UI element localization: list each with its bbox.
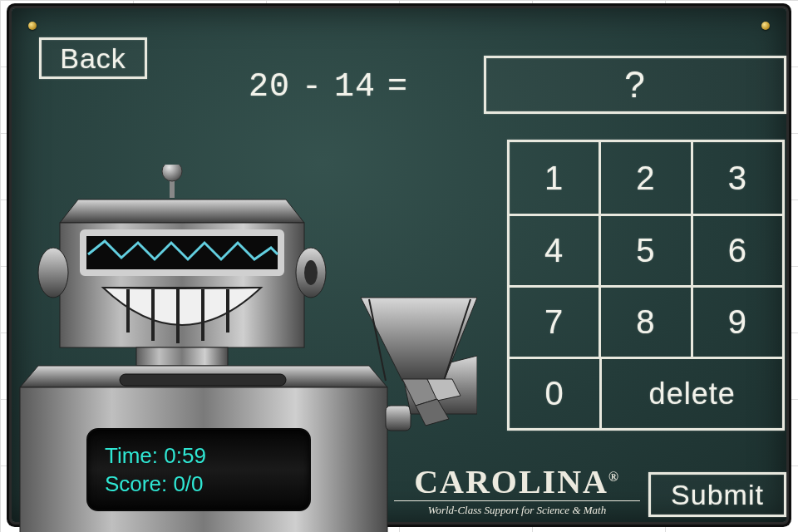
score-label: Score: bbox=[105, 471, 167, 496]
registered-mark: ® bbox=[608, 470, 620, 484]
svg-rect-3 bbox=[60, 223, 304, 347]
svg-rect-0 bbox=[170, 173, 175, 198]
score-display: Score: 0/0 bbox=[105, 471, 293, 497]
brand-tagline: World-Class Support for Science & Math bbox=[394, 500, 640, 517]
keypad: 1 2 3 4 5 6 7 8 9 0 delete bbox=[507, 140, 785, 431]
keypad-key-9[interactable]: 9 bbox=[691, 288, 782, 357]
pin-icon bbox=[761, 22, 770, 30]
keypad-key-delete[interactable]: delete bbox=[599, 359, 782, 428]
keypad-key-8[interactable]: 8 bbox=[598, 288, 690, 357]
robot-arm bbox=[361, 298, 477, 431]
svg-rect-17 bbox=[120, 374, 286, 386]
svg-marker-20 bbox=[361, 298, 477, 381]
back-button[interactable]: Back bbox=[39, 37, 147, 79]
keypad-key-2[interactable]: 2 bbox=[598, 142, 690, 214]
robot-head bbox=[38, 200, 326, 347]
brand-logo: CAROLINA® World-Class Support for Scienc… bbox=[394, 466, 640, 517]
keypad-key-1[interactable]: 1 bbox=[510, 142, 598, 214]
score-value: 0/0 bbox=[173, 471, 203, 496]
chalkboard: Back 20 - 14 = ? 1 2 3 4 5 6 7 8 9 0 del… bbox=[12, 8, 786, 522]
svg-point-7 bbox=[304, 260, 318, 285]
svg-line-22 bbox=[444, 299, 470, 381]
keypad-key-3[interactable]: 3 bbox=[691, 142, 782, 214]
svg-marker-25 bbox=[416, 399, 449, 426]
svg-marker-15 bbox=[20, 366, 387, 387]
keypad-key-0[interactable]: 0 bbox=[510, 359, 599, 428]
svg-marker-19 bbox=[402, 356, 477, 414]
status-panel: Time: 0:59 Score: 0/0 bbox=[86, 428, 311, 511]
keypad-key-6[interactable]: 6 bbox=[691, 216, 782, 285]
svg-point-1 bbox=[162, 165, 182, 181]
svg-rect-14 bbox=[136, 347, 228, 366]
keypad-key-5[interactable]: 5 bbox=[598, 216, 690, 285]
keypad-key-7[interactable]: 7 bbox=[510, 288, 598, 357]
keypad-key-4[interactable]: 4 bbox=[510, 216, 598, 285]
brand-name-text: CAROLINA bbox=[414, 463, 608, 500]
pin-icon bbox=[28, 22, 37, 30]
submit-button[interactable]: Submit bbox=[648, 472, 786, 517]
svg-marker-2 bbox=[60, 200, 304, 223]
equation-display: 20 - 14 = bbox=[249, 68, 408, 106]
svg-marker-23 bbox=[402, 379, 437, 406]
equation-operand-left: 20 bbox=[249, 68, 290, 106]
time-display: Time: 0:59 bbox=[105, 443, 293, 469]
svg-line-21 bbox=[369, 299, 386, 381]
equation-operator: - bbox=[302, 68, 323, 106]
svg-marker-24 bbox=[427, 379, 461, 401]
time-label: Time: bbox=[105, 443, 158, 468]
equation-equals: = bbox=[387, 68, 408, 106]
svg-rect-8 bbox=[83, 233, 281, 273]
answer-input[interactable]: ? bbox=[484, 56, 786, 114]
svg-point-6 bbox=[296, 248, 326, 298]
equation-operand-right: 14 bbox=[334, 68, 376, 106]
time-value: 0:59 bbox=[164, 443, 206, 468]
svg-point-5 bbox=[38, 248, 68, 298]
svg-rect-18 bbox=[386, 406, 411, 431]
